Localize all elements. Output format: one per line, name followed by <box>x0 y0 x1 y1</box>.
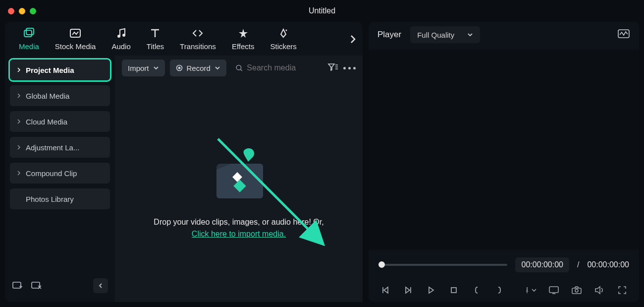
sidebar-item-label: Photos Library <box>26 195 74 203</box>
media-panel: Media Stock Media Audio Titles Transitio… <box>5 22 363 302</box>
delete-folder-button[interactable] <box>31 280 42 292</box>
import-button[interactable]: Import <box>122 60 165 76</box>
traffic-lights[interactable] <box>8 8 36 14</box>
quality-select[interactable]: Full Quality <box>410 26 480 43</box>
player-panel: Player Full Quality 00:00:00:00 / 00:00:… <box>369 22 639 302</box>
tab-label: Stock Media <box>55 42 96 51</box>
prev-frame-button[interactable] <box>378 283 392 297</box>
svg-point-19 <box>575 289 578 292</box>
sidebar-item-cloud-media[interactable]: Cloud Media <box>10 111 110 132</box>
media-sidebar: Project Media Global Media Cloud Media A… <box>5 56 115 302</box>
svg-rect-16 <box>451 288 456 293</box>
tab-label: Stickers <box>270 42 296 51</box>
volume-button[interactable] <box>592 283 606 297</box>
tab-label: Effects <box>232 42 255 51</box>
snapshot-button[interactable] <box>570 283 584 297</box>
effects-icon <box>237 27 250 39</box>
sidebar-item-global-media[interactable]: Global Media <box>10 85 110 106</box>
chevron-right-icon <box>17 171 21 176</box>
sidebar-item-compound-clip[interactable]: Compound Clip <box>10 163 110 184</box>
transitions-icon <box>191 27 204 39</box>
scrub-handle[interactable] <box>378 261 385 268</box>
media-tab-icon <box>22 27 35 39</box>
search-input[interactable] <box>247 63 319 72</box>
tab-stock-media[interactable]: Stock Media <box>55 27 96 51</box>
maximize-window-button[interactable] <box>30 8 36 14</box>
tab-audio[interactable]: Audio <box>111 27 130 51</box>
svg-rect-7 <box>32 282 40 288</box>
chevron-down-icon <box>153 65 159 70</box>
sidebar-item-label: Adjustment La... <box>26 143 79 152</box>
chevron-right-icon <box>17 119 21 124</box>
button-label: Record <box>187 64 211 72</box>
svg-rect-1 <box>26 28 34 35</box>
next-frame-button[interactable] <box>401 283 415 297</box>
close-window-button[interactable] <box>8 8 14 14</box>
more-options-button[interactable] <box>343 67 356 69</box>
tab-label: Transitions <box>180 42 216 51</box>
fullscreen-button[interactable] <box>615 283 629 297</box>
scopes-button[interactable] <box>617 29 630 41</box>
titles-icon <box>149 27 161 39</box>
tab-titles[interactable]: Titles <box>147 27 164 51</box>
tab-effects[interactable]: Effects <box>232 27 255 51</box>
svg-point-10 <box>236 65 241 69</box>
record-icon <box>176 64 183 71</box>
mark-in-button[interactable] <box>470 283 483 297</box>
sidebar-item-label: Project Media <box>26 66 74 74</box>
chevron-right-icon <box>17 93 21 98</box>
media-browser: Import Record <box>115 56 363 302</box>
sidebar-collapse-button[interactable] <box>93 278 108 293</box>
svg-point-4 <box>122 34 125 37</box>
dropzone-text: Drop your video clips, images, or audio … <box>154 216 323 240</box>
stop-button[interactable] <box>447 283 461 297</box>
filter-button[interactable] <box>327 62 338 73</box>
record-button[interactable]: Record <box>170 60 226 76</box>
scrub-bar[interactable] <box>378 264 507 266</box>
timecode-current[interactable]: 00:00:00:00 <box>515 257 569 272</box>
tab-label: Audio <box>111 42 130 51</box>
sidebar-item-photos-library[interactable]: Photos Library <box>10 188 110 209</box>
search-icon <box>235 63 243 72</box>
marker-menu-button[interactable] <box>524 283 538 297</box>
quality-value: Full Quality <box>417 31 454 39</box>
svg-rect-6 <box>13 282 21 288</box>
sidebar-item-project-media[interactable]: Project Media <box>10 60 110 80</box>
timecode-separator: / <box>577 260 579 269</box>
tab-stickers[interactable]: Stickers <box>270 27 296 51</box>
minimize-window-button[interactable] <box>19 8 25 14</box>
play-button[interactable] <box>424 283 438 297</box>
dropzone-line1: Drop your video clips, images, or audio … <box>154 216 323 228</box>
tab-label: Media <box>19 42 39 51</box>
display-mode-button[interactable] <box>547 283 561 297</box>
top-tabs: Media Stock Media Audio Titles Transitio… <box>5 22 363 56</box>
import-folder-illustration <box>207 143 271 207</box>
player-label: Player <box>377 30 401 40</box>
tab-transitions[interactable]: Transitions <box>180 27 216 51</box>
chevron-right-icon <box>17 67 21 72</box>
mark-out-button[interactable] <box>492 283 506 297</box>
timecode-total: 00:00:00:00 <box>587 260 629 269</box>
new-folder-button[interactable] <box>12 280 23 292</box>
preview-viewport[interactable] <box>369 50 639 249</box>
chevron-right-icon <box>17 145 21 150</box>
stock-media-icon <box>69 27 82 39</box>
player-controls <box>369 278 639 302</box>
svg-rect-0 <box>24 30 32 37</box>
svg-point-9 <box>178 67 180 69</box>
tabs-more-button[interactable] <box>350 34 357 47</box>
sidebar-item-label: Compound Clip <box>26 169 77 178</box>
import-media-link[interactable]: Click here to import media. <box>192 230 286 238</box>
tab-media[interactable]: Media <box>19 27 39 51</box>
search-media[interactable] <box>231 63 322 72</box>
svg-rect-17 <box>549 287 558 293</box>
tab-label: Titles <box>147 42 164 51</box>
audio-icon <box>115 27 128 39</box>
media-dropzone[interactable]: Drop your video clips, images, or audio … <box>115 80 363 302</box>
button-label: Import <box>128 64 149 72</box>
svg-point-5 <box>286 29 287 31</box>
sidebar-item-label: Cloud Media <box>26 118 67 126</box>
chevron-down-icon <box>467 32 473 37</box>
sidebar-item-adjustment-layer[interactable]: Adjustment La... <box>10 137 110 158</box>
sidebar-item-label: Global Media <box>26 92 69 100</box>
